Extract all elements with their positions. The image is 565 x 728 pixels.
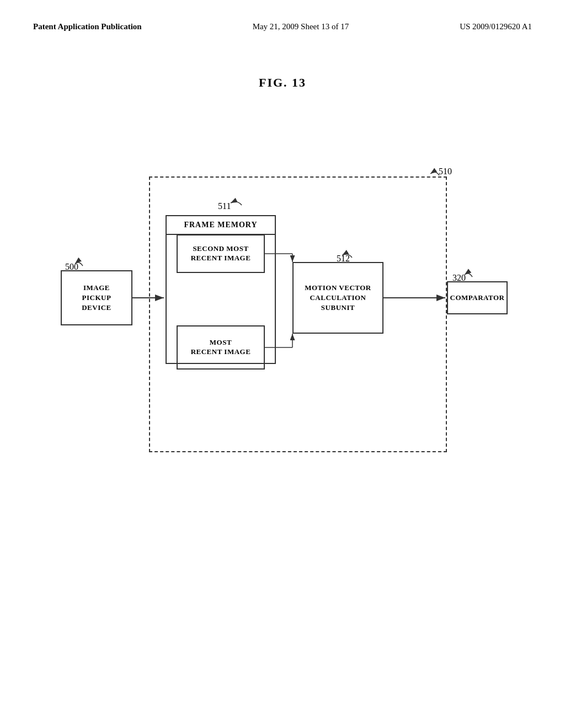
- most-recent-label: MOSTRECENT IMAGE: [191, 338, 251, 357]
- diagram-area: 510 511 FRAME MEMORY SECOND MOSTRECENT I…: [55, 143, 508, 485]
- header-center: May 21, 2009 Sheet 13 of 17: [253, 22, 349, 31]
- second-most-recent-label: SECOND MOSTRECENT IMAGE: [191, 244, 251, 263]
- figure-title: FIG. 13: [0, 76, 565, 90]
- motion-vector-calculation-box: MOTION VECTORCALCULATIONSUBUNIT: [292, 262, 383, 334]
- page-header: Patent Application Publication May 21, 2…: [0, 0, 565, 31]
- header-right: US 2009/0129620 A1: [460, 22, 532, 31]
- header-left: Patent Application Publication: [33, 22, 142, 31]
- image-pickup-device-box: IMAGEPICKUPDEVICE: [61, 270, 132, 325]
- frame-memory-title: FRAME MEMORY: [167, 216, 275, 235]
- label-511: 511: [218, 201, 231, 211]
- most-recent-image-box: MOSTRECENT IMAGE: [177, 325, 265, 370]
- comparator-label: COMPARATOR: [450, 293, 505, 302]
- image-pickup-label: IMAGEPICKUPDEVICE: [82, 283, 111, 313]
- comparator-box: COMPARATOR: [447, 281, 508, 314]
- second-most-recent-image-box: SECOND MOSTRECENT IMAGE: [177, 234, 265, 273]
- label-510: 510: [439, 167, 452, 176]
- motion-vector-label: MOTION VECTORCALCULATIONSUBUNIT: [305, 283, 371, 313]
